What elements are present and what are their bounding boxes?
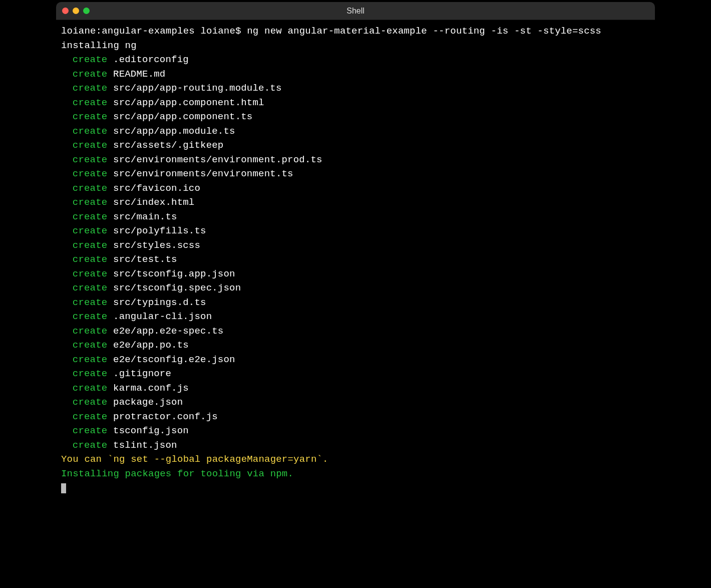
file-name: src/typings.d.ts <box>113 297 206 308</box>
create-line: create src/tsconfig.app.json <box>61 267 650 281</box>
create-line: create src/test.ts <box>61 252 650 267</box>
create-line: create e2e/app.e2e-spec.ts <box>61 324 650 339</box>
file-name: src/favicon.ico <box>113 183 200 194</box>
file-name: src/environments/environment.ts <box>113 168 293 179</box>
file-name: e2e/app.e2e-spec.ts <box>113 326 223 337</box>
file-name: src/polyfills.ts <box>113 225 206 236</box>
indent <box>61 124 73 139</box>
create-label: create <box>73 240 108 251</box>
indent <box>61 338 73 353</box>
indent <box>61 181 73 196</box>
window-titlebar: Shell <box>56 2 655 20</box>
zoom-icon[interactable] <box>83 8 90 14</box>
minimize-icon[interactable] <box>73 8 79 14</box>
create-label: create <box>73 326 108 337</box>
file-name: .editorconfig <box>113 54 189 65</box>
indent <box>61 267 73 281</box>
close-icon[interactable] <box>62 8 69 14</box>
file-name: src/tsconfig.spec.json <box>113 282 241 293</box>
indent <box>61 210 73 224</box>
create-line: create .editorconfig <box>61 53 650 67</box>
window-title: Shell <box>56 7 655 16</box>
create-line: create protractor.conf.js <box>61 410 650 424</box>
indent <box>61 353 73 367</box>
file-name: package.json <box>113 397 183 408</box>
create-label: create <box>73 354 108 365</box>
create-label: create <box>73 254 108 265</box>
create-label: create <box>73 311 108 322</box>
create-label: create <box>73 54 108 65</box>
window-controls <box>56 8 90 14</box>
terminal-window: Shell loiane:angular-examples loiane$ ng… <box>56 2 655 497</box>
indent <box>61 281 73 296</box>
file-name: src/main.ts <box>113 211 177 222</box>
file-name: e2e/tsconfig.e2e.json <box>113 354 235 365</box>
indent <box>61 224 73 238</box>
indent <box>61 67 73 82</box>
indent <box>61 53 73 67</box>
indent <box>61 167 73 181</box>
create-label: create <box>73 183 108 194</box>
create-label: create <box>73 282 108 293</box>
create-label: create <box>73 368 108 379</box>
status-line: Installing packages for tooling via npm. <box>61 467 650 481</box>
create-label: create <box>73 168 108 179</box>
create-line: create src/environments/environment.prod… <box>61 153 650 167</box>
create-line: create src/app/app.component.ts <box>61 110 650 124</box>
file-name: src/app/app-routing.module.ts <box>113 83 281 94</box>
indent <box>61 424 73 438</box>
create-label: create <box>73 297 108 308</box>
create-line: create src/assets/.gitkeep <box>61 138 650 153</box>
create-line: create src/polyfills.ts <box>61 224 650 238</box>
create-label: create <box>73 97 108 108</box>
file-name: src/assets/.gitkeep <box>113 140 223 151</box>
indent <box>61 296 73 310</box>
create-line: create README.md <box>61 67 650 82</box>
create-label: create <box>73 397 108 408</box>
create-line: create src/main.ts <box>61 210 650 224</box>
create-line: create e2e/app.po.ts <box>61 338 650 353</box>
create-label: create <box>73 69 108 80</box>
prompt-line: loiane:angular-examples loiane$ ng new a… <box>61 24 650 39</box>
file-name: tsconfig.json <box>113 425 189 436</box>
create-label: create <box>73 126 108 137</box>
create-line: create src/typings.d.ts <box>61 296 650 310</box>
file-name: .angular-cli.json <box>113 311 212 322</box>
create-label: create <box>73 83 108 94</box>
create-line: create src/index.html <box>61 195 650 210</box>
create-line: create .gitignore <box>61 367 650 381</box>
file-name: src/index.html <box>113 197 194 208</box>
create-line: create src/styles.scss <box>61 238 650 253</box>
file-name: src/test.ts <box>113 254 177 265</box>
indent <box>61 153 73 167</box>
create-line: create tsconfig.json <box>61 424 650 438</box>
indent <box>61 110 73 124</box>
file-name: src/environments/environment.prod.ts <box>113 154 322 165</box>
terminal-output[interactable]: loiane:angular-examples loiane$ ng new a… <box>56 20 655 497</box>
indent <box>61 324 73 339</box>
file-name: README.md <box>113 69 165 80</box>
indent <box>61 81 73 96</box>
create-line: create e2e/tsconfig.e2e.json <box>61 353 650 367</box>
create-line: create src/environments/environment.ts <box>61 167 650 181</box>
create-line: create src/app/app.module.ts <box>61 124 650 139</box>
indent <box>61 381 73 396</box>
create-label: create <box>73 383 108 394</box>
create-label: create <box>73 140 108 151</box>
indent <box>61 138 73 153</box>
indent <box>61 195 73 210</box>
create-line: create src/app/app.component.html <box>61 96 650 110</box>
create-label: create <box>73 268 108 279</box>
create-label: create <box>73 211 108 222</box>
installing-line: installing ng <box>61 39 650 53</box>
indent <box>61 367 73 381</box>
create-line: create .angular-cli.json <box>61 310 650 324</box>
cursor-icon <box>61 483 66 493</box>
create-line: create src/tsconfig.spec.json <box>61 281 650 296</box>
indent <box>61 438 73 453</box>
create-line: create src/favicon.ico <box>61 181 650 196</box>
create-label: create <box>73 340 108 351</box>
file-name: e2e/app.po.ts <box>113 340 189 351</box>
file-name: .gitignore <box>113 368 171 379</box>
create-label: create <box>73 225 108 236</box>
